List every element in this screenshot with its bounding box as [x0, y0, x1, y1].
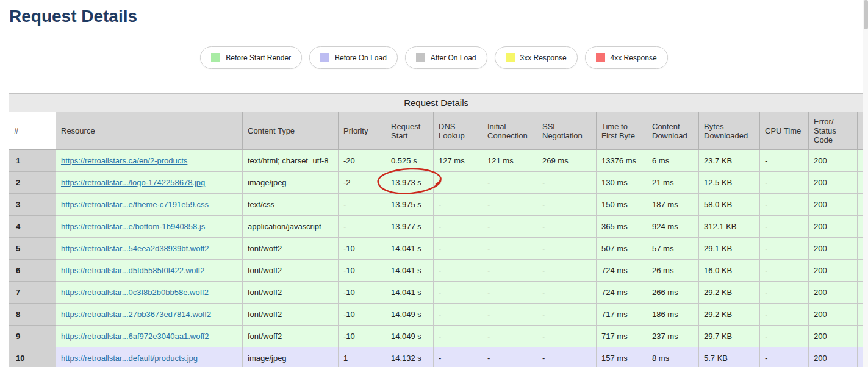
resource-link[interactable]: https://retroallstars.ca/en/2-products [61, 156, 187, 165]
cell-content-type: text/html; charset=utf-8 [243, 150, 339, 172]
request-row: 5https://retroallstar...54eea2d38939bf.w… [9, 238, 864, 260]
cell-dns-lookup: - [434, 304, 482, 326]
request-number: 4 [9, 216, 56, 238]
request-row: 7https://retroallstar...0c3f8b2b0bb58e.w… [9, 282, 864, 304]
cell-request-start: 14.049 s [386, 304, 434, 326]
cell-status-code: 200 [809, 216, 858, 238]
cell-request-start: 13.977 s [386, 216, 434, 238]
scrollbar-thumb[interactable] [864, 0, 868, 29]
resource-link[interactable]: https://retroallstar...54eea2d38939bf.wo… [61, 244, 209, 253]
request-number: 9 [9, 326, 56, 347]
cell-bytes-downloaded: 29.7 KB [699, 326, 760, 347]
cell-bytes-downloaded: 5.7 KB [699, 347, 760, 367]
cell-resource: https://retroallstar...27bb3673ed7814.wo… [56, 304, 243, 326]
cell-dns-lookup: - [434, 216, 482, 238]
resource-link[interactable]: https://retroallstar...d5fd5585f0f422.wo… [61, 266, 204, 275]
resource-link[interactable]: https://retroallstar...e/theme-c7191e59.… [61, 200, 209, 209]
cell-ssl-negotiation: - [537, 326, 597, 347]
cell-status-code: 200 [809, 304, 858, 326]
request-number: 1 [9, 150, 56, 172]
cell-initial-connection: - [482, 260, 537, 282]
cell-status-code: 200 [809, 260, 858, 282]
cell-initial-connection: - [482, 282, 537, 304]
cell-initial-connection: - [482, 194, 537, 216]
cell-dns-lookup: 127 ms [434, 150, 482, 172]
resource-link[interactable]: https://retroallstar...0c3f8b2b0bb58e.wo… [61, 288, 209, 297]
cell-time-to-first-byte: 724 ms [597, 282, 647, 304]
cell-time-to-first-byte: 507 ms [597, 238, 647, 260]
cell-time-to-first-byte: 13376 ms [597, 150, 647, 172]
cell-content-download: 924 ms [647, 216, 699, 238]
resource-link[interactable]: https://retroallstar...27bb3673ed7814.wo… [61, 310, 211, 319]
cell-request-start: 14.049 s [386, 326, 434, 347]
cell-status-code: 200 [809, 347, 858, 367]
legend-label: 3xx Response [520, 54, 567, 62]
request-row: 8https://retroallstar...27bb3673ed7814.w… [9, 304, 864, 326]
cell-cpu-time: - [760, 150, 809, 172]
cell-ssl-negotiation: - [537, 194, 597, 216]
legend-label: After On Load [431, 54, 476, 62]
cell-priority: -10 [339, 304, 386, 326]
column-header-resource: Resource [56, 112, 243, 150]
cell-ssl-negotiation: - [537, 216, 597, 238]
request-row: 10https://retroallstar...default/product… [9, 347, 864, 367]
cell-dns-lookup: - [434, 282, 482, 304]
resource-link[interactable]: https://retroallstar...6af972e3040aa1.wo… [61, 332, 209, 341]
column-header-request-start: Request Start [386, 112, 434, 150]
column-header-error-status-code: Error/ Status Code [809, 112, 858, 150]
resource-link[interactable]: https://retroallstar.../logo-1742258678.… [61, 178, 205, 187]
cell-ssl-negotiation: - [537, 260, 597, 282]
resource-link[interactable]: https://retroallstar...e/bottom-1b940858… [61, 222, 205, 231]
request-number: 2 [9, 172, 56, 194]
cell-priority: - [339, 216, 386, 238]
cell-resource: https://retroallstar...e/bottom-1b940858… [56, 216, 243, 238]
cell-status-code: 200 [809, 326, 858, 347]
cell-dns-lookup: - [434, 347, 482, 367]
vertical-scrollbar[interactable] [863, 0, 868, 367]
column-header-ssl-negotiation: SSL Negotiation [537, 112, 597, 150]
legend-pill-before-start-render: Before Start Render [200, 46, 302, 69]
cell-cpu-time: - [760, 238, 809, 260]
legend-swatch [506, 53, 515, 62]
cell-status-code: 200 [809, 282, 858, 304]
request-table-body: 1https://retroallstars.ca/en/2-productst… [9, 150, 864, 367]
cell-dns-lookup: - [434, 238, 482, 260]
cell-request-start: 14.041 s [386, 238, 434, 260]
column-header-content-type: Content Type [243, 112, 339, 150]
request-row: 4https://retroallstar...e/bottom-1b94085… [9, 216, 864, 238]
cell-content-download: 237 ms [647, 326, 699, 347]
cell-cpu-time: - [760, 282, 809, 304]
cell-request-start: 14.132 s [386, 347, 434, 367]
legend: Before Start RenderBefore On LoadAfter O… [0, 46, 868, 69]
column-header-bytes-downloaded: Bytes Downloaded [699, 112, 760, 150]
cell-bytes-downloaded: 29.2 KB [699, 304, 760, 326]
cell-priority: 1 [339, 347, 386, 367]
cell-content-type: font/woff2 [243, 238, 339, 260]
cell-time-to-first-byte: 717 ms [597, 304, 647, 326]
cell-status-code: 200 [809, 172, 858, 194]
request-row: 9https://retroallstar...6af972e3040aa1.w… [9, 326, 864, 347]
request-number: 10 [9, 347, 56, 367]
cell-bytes-downloaded: 23.7 KB [699, 150, 760, 172]
cell-bytes-downloaded: 29.2 KB [699, 282, 760, 304]
cell-time-to-first-byte: 717 ms [597, 326, 647, 347]
legend-pill-before-on-load: Before On Load [309, 46, 398, 69]
page-title: Request Details [9, 6, 868, 27]
cell-time-to-first-byte: 724 ms [597, 260, 647, 282]
cell-resource: https://retroallstars.ca/en/2-products [56, 150, 243, 172]
column-header-time-to-first-byte: Time to First Byte [597, 112, 647, 150]
request-number: 8 [9, 304, 56, 326]
legend-swatch [416, 53, 425, 62]
cell-request-start: 14.041 s [386, 282, 434, 304]
resource-link[interactable]: https://retroallstar...default/products.… [61, 354, 198, 363]
cell-priority: - [339, 194, 386, 216]
cell-initial-connection: - [482, 172, 537, 194]
legend-label: Before On Load [335, 54, 387, 62]
cell-request-start: 13.975 s [386, 194, 434, 216]
cell-cpu-time: - [760, 326, 809, 347]
column-header-initial-connection: Initial Connection [482, 112, 537, 150]
column-header-content-download: Content Download [647, 112, 699, 150]
cell-time-to-first-byte: 365 ms [597, 216, 647, 238]
cell-resource: https://retroallstar...e/theme-c7191e59.… [56, 194, 243, 216]
cell-content-download: 57 ms [647, 238, 699, 260]
